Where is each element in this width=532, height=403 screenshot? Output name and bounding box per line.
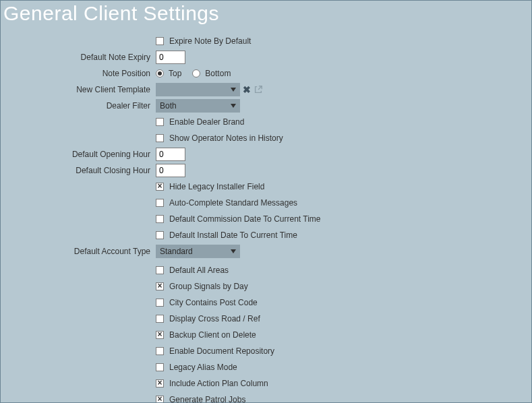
default-opening-hour-input[interactable] [156,148,185,161]
default-closing-hour-input[interactable] [156,164,185,177]
include-action-plan-checkbox[interactable] [156,379,164,388]
dealer-filter-value: Both [160,101,177,111]
auto-complete-msgs-checkbox[interactable] [156,199,164,207]
page-title: General Client Settings [3,2,219,25]
default-install-date-checkbox[interactable] [156,231,164,239]
show-operator-notes-checkbox[interactable] [156,134,164,142]
default-all-areas-checkbox[interactable] [156,266,164,274]
hide-legacy-installer-checkbox[interactable] [156,183,164,191]
note-position-top-label: Top [169,69,181,78]
default-opening-hour-label: Default Opening Hour [1,150,156,159]
dealer-filter-dropdown[interactable]: Both [156,99,240,113]
hide-legacy-installer-label: Hide Legacy Installer Field [169,182,264,191]
backup-client-checkbox[interactable] [156,331,164,339]
clear-template-icon[interactable]: ✖ [243,85,251,94]
note-position-bottom-label: Bottom [205,69,231,78]
default-account-type-label: Default Account Type [1,247,156,256]
chevron-down-icon [231,104,236,108]
chevron-down-icon [231,88,236,92]
backup-client-label: Backup Client on Delete [169,330,256,340]
display-cross-road-label: Display Cross Road / Ref [169,314,260,323]
default-all-areas-label: Default All Areas [169,266,229,275]
chevron-down-icon [231,249,236,253]
include-action-plan-label: Include Action Plan Column [169,379,268,388]
enable-dealer-brand-checkbox[interactable] [156,118,164,126]
default-account-type-value: Standard [160,247,193,256]
enable-dealer-brand-label: Enable Dealer Brand [169,117,244,127]
default-note-expiry-label: Default Note Expiry [1,53,156,62]
generate-patrol-label: Generate Patrol Jobs [169,395,245,403]
default-note-expiry-input[interactable] [156,51,185,64]
default-commission-date-checkbox[interactable] [156,215,164,223]
expire-note-label: Expire Note By Default [169,36,251,46]
note-position-top-radio[interactable] [156,69,164,78]
default-install-date-label: Default Install Date To Current Time [169,230,297,240]
expire-note-checkbox[interactable] [156,37,164,45]
settings-form: Expire Note By Default Default Note Expi… [1,34,531,403]
legacy-alias-label: Legacy Alias Mode [169,363,237,372]
new-client-template-label: New Client Template [1,85,156,94]
note-position-bottom-radio[interactable] [192,69,200,78]
default-commission-date-label: Default Commission Date To Current Time [169,214,321,224]
group-signals-label: Group Signals by Day [169,282,248,291]
generate-patrol-checkbox[interactable] [156,396,164,403]
show-operator-notes-label: Show Operator Notes in History [169,133,283,143]
group-signals-checkbox[interactable] [156,282,164,290]
enable-doc-repo-label: Enable Document Repository [169,346,274,356]
city-postcode-label: City Contains Post Code [169,298,258,307]
display-cross-road-checkbox[interactable] [156,315,164,323]
auto-complete-msgs-label: Auto-Complete Standard Messages [169,198,297,208]
note-position-label: Note Position [1,69,156,78]
dealer-filter-label: Dealer Filter [1,101,156,111]
enable-doc-repo-checkbox[interactable] [156,347,164,355]
default-closing-hour-label: Default Closing Hour [1,166,156,175]
city-postcode-checkbox[interactable] [156,299,164,307]
new-client-template-dropdown[interactable] [156,83,240,96]
external-link-icon[interactable] [254,85,263,94]
default-account-type-dropdown[interactable]: Standard [156,245,240,258]
legacy-alias-checkbox[interactable] [156,363,164,371]
